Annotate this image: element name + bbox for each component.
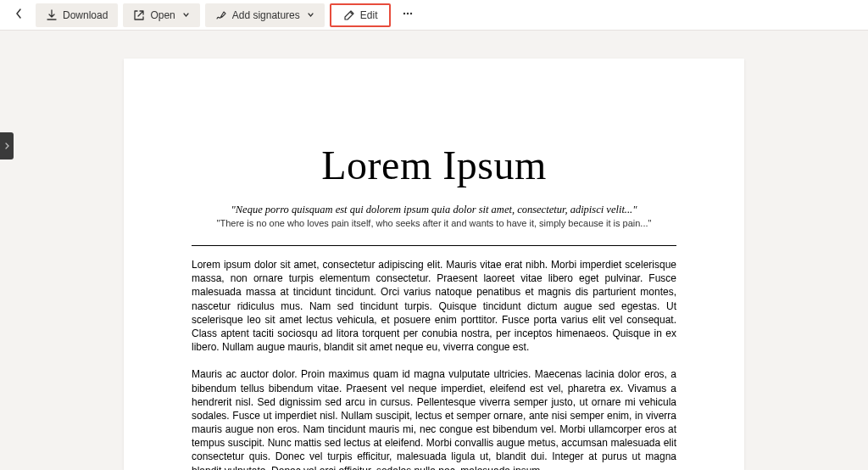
document-viewer: Lorem Ipsum "Neque porro quisquam est qu… [0, 31, 868, 470]
document-title: Lorem Ipsum [192, 142, 676, 188]
document-subhead: "There is no one who loves pain itself, … [192, 218, 676, 228]
download-label: Download [63, 9, 108, 21]
document-subtitle: "Neque porro quisquam est qui dolorem ip… [192, 204, 676, 216]
pencil-icon [343, 9, 355, 21]
document-divider [192, 245, 676, 246]
more-options-button[interactable] [396, 3, 420, 27]
chevron-left-icon [14, 8, 23, 22]
document-page: Lorem Ipsum "Neque porro quisquam est qu… [124, 59, 744, 470]
edit-button[interactable]: Edit [330, 3, 392, 27]
add-signatures-label: Add signatures [232, 9, 300, 21]
download-icon [46, 9, 58, 21]
open-button[interactable]: Open [123, 3, 199, 27]
download-button[interactable]: Download [36, 3, 118, 27]
svg-point-2 [410, 13, 412, 14]
toolbar: Download Open Add signatures Edit [0, 0, 868, 31]
chevron-down-icon [307, 9, 314, 21]
document-paragraph: Mauris ac auctor dolor. Proin maximus qu… [192, 367, 676, 470]
back-button[interactable] [7, 3, 31, 27]
document-paragraph: Lorem ipsum dolor sit amet, consectetur … [192, 258, 676, 354]
add-signatures-button[interactable]: Add signatures [205, 3, 325, 27]
open-label: Open [150, 9, 175, 21]
edit-label: Edit [360, 9, 378, 21]
chevron-down-icon [182, 9, 190, 21]
side-panel-toggle[interactable] [0, 132, 14, 159]
svg-point-1 [407, 13, 409, 14]
svg-point-0 [403, 13, 405, 14]
document-body: Lorem ipsum dolor sit amet, consectetur … [192, 258, 676, 470]
signature-icon [215, 9, 227, 21]
open-external-icon [133, 9, 145, 21]
ellipsis-icon [402, 8, 414, 22]
